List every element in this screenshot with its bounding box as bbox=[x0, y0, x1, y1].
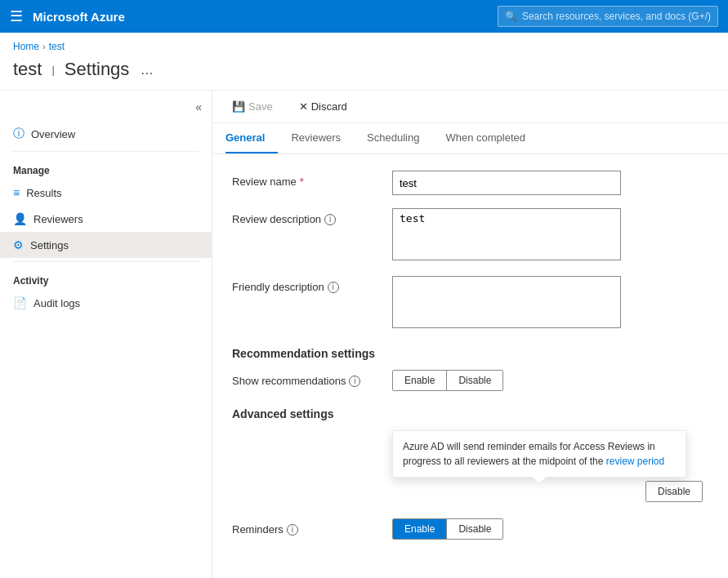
sidebar-divider-activity bbox=[13, 261, 199, 262]
save-icon: 💾 bbox=[232, 100, 245, 113]
review-period-link[interactable]: review period bbox=[606, 456, 664, 467]
friendly-description-textarea[interactable] bbox=[392, 276, 621, 328]
show-recommendations-row: Show recommendations i Enable Disable bbox=[232, 370, 708, 391]
tab-scheduling[interactable]: Scheduling bbox=[367, 123, 432, 153]
breadcrumb-home[interactable]: Home bbox=[13, 41, 39, 52]
page-header: test | Settings ... bbox=[0, 56, 728, 90]
sidebar-item-results[interactable]: ≡ Results bbox=[0, 180, 212, 206]
sidebar-manage-section: Manage bbox=[0, 155, 212, 180]
sidebar-divider-manage bbox=[13, 151, 199, 152]
friendly-description-label: Friendly description i bbox=[232, 276, 379, 293]
results-icon: ≡ bbox=[13, 186, 20, 199]
show-recommendations-info-icon[interactable]: i bbox=[349, 376, 360, 387]
discard-button[interactable]: ✕ Discard bbox=[293, 97, 354, 116]
sidebar-results-label: Results bbox=[26, 187, 61, 199]
main-panel: 💾 Save ✕ Discard General Reviewers Sched… bbox=[212, 91, 728, 578]
review-description-label: Review description i bbox=[232, 208, 379, 225]
reviewers-icon: 👤 bbox=[13, 212, 27, 225]
global-search-box[interactable]: 🔍 Search resources, services, and docs (… bbox=[498, 6, 718, 27]
show-recommendations-toggle: Enable Disable bbox=[392, 370, 503, 391]
reminders-info-icon[interactable]: i bbox=[287, 524, 298, 536]
page-title-separator: | bbox=[51, 64, 54, 76]
tabs-container: General Reviewers Scheduling When comple… bbox=[212, 123, 728, 154]
sidebar-settings-label: Settings bbox=[30, 239, 69, 251]
review-description-textarea-container: test bbox=[392, 208, 621, 263]
review-description-info-icon[interactable]: i bbox=[324, 214, 336, 225]
reminders-label: Reminders i bbox=[232, 518, 379, 536]
app-title: Microsoft Azure bbox=[33, 10, 125, 24]
hamburger-menu-icon[interactable]: ☰ bbox=[10, 7, 23, 25]
sidebar-reviewers-label: Reviewers bbox=[33, 213, 83, 225]
reminders-tooltip: Azure AD will send reminder emails for A… bbox=[392, 430, 686, 478]
friendly-description-info-icon[interactable]: i bbox=[328, 282, 339, 293]
review-name-input[interactable] bbox=[392, 171, 621, 195]
save-label: Save bbox=[248, 100, 273, 113]
sidebar-item-reviewers[interactable]: 👤 Reviewers bbox=[0, 206, 212, 232]
top-navigation-bar: ☰ Microsoft Azure 🔍 Search resources, se… bbox=[0, 0, 728, 33]
search-icon: 🔍 bbox=[505, 11, 517, 22]
show-recommendations-label: Show recommendations i bbox=[232, 370, 379, 387]
reminders-enable-btn[interactable]: Enable bbox=[393, 519, 447, 539]
required-indicator: * bbox=[300, 176, 304, 188]
reminders-disable-btn[interactable]: Disable bbox=[447, 519, 502, 539]
sidebar-item-overview[interactable]: ⓘ Overview bbox=[0, 120, 212, 148]
tab-when-completed[interactable]: When completed bbox=[445, 123, 538, 153]
show-recommendations-disable-btn[interactable]: Disable bbox=[447, 371, 502, 390]
collapse-icon[interactable]: « bbox=[195, 100, 202, 113]
review-description-row: Review description i test bbox=[232, 208, 708, 263]
tab-reviewers[interactable]: Reviewers bbox=[291, 123, 354, 153]
save-button[interactable]: 💾 Save bbox=[226, 97, 279, 116]
sidebar-overview-label: Overview bbox=[31, 128, 75, 140]
review-description-textarea[interactable]: test bbox=[392, 208, 621, 260]
review-name-label: Review name * bbox=[232, 171, 379, 188]
audit-logs-icon: 📄 bbox=[13, 296, 27, 309]
reminders-row: Reminders i Enable Disable bbox=[232, 518, 708, 540]
settings-gear-icon: ⚙ bbox=[13, 238, 24, 251]
breadcrumb-current[interactable]: test bbox=[49, 41, 65, 52]
sidebar-audit-logs-label: Audit logs bbox=[33, 297, 80, 309]
tooltip-arrow bbox=[533, 477, 546, 483]
breadcrumb-separator: › bbox=[42, 42, 46, 51]
main-container: Home › test test | Settings ... « ⓘ Over… bbox=[0, 33, 728, 578]
sidebar: « ⓘ Overview Manage ≡ Results 👤 Reviewer… bbox=[0, 91, 212, 578]
info-circle-icon: ⓘ bbox=[13, 127, 25, 141]
advanced-disable-toggle: Disable bbox=[645, 481, 703, 502]
content-area: « ⓘ Overview Manage ≡ Results 👤 Reviewer… bbox=[0, 90, 728, 578]
sidebar-item-settings[interactable]: ⚙ Settings bbox=[0, 232, 212, 258]
review-name-input-container bbox=[392, 171, 621, 195]
recommendation-settings-header: Recommendation settings bbox=[232, 347, 708, 360]
tab-general[interactable]: General bbox=[226, 123, 278, 153]
page-title-section: Settings bbox=[65, 59, 130, 80]
page-title-resource: test bbox=[13, 59, 42, 80]
friendly-description-row: Friendly description i bbox=[232, 276, 708, 331]
toolbar: 💾 Save ✕ Discard bbox=[212, 91, 728, 123]
search-placeholder: Search resources, services, and docs (G+… bbox=[522, 11, 711, 22]
form-content: Review name * Review description i test bbox=[212, 154, 728, 569]
sidebar-activity-section: Activity bbox=[0, 265, 212, 290]
advanced-disable-btn[interactable]: Disable bbox=[646, 482, 702, 501]
discard-icon: ✕ bbox=[299, 100, 308, 113]
friendly-description-textarea-container bbox=[392, 276, 621, 331]
reminders-toggle: Enable Disable bbox=[392, 518, 503, 540]
sidebar-item-audit-logs[interactable]: 📄 Audit logs bbox=[0, 290, 212, 316]
page-options-dots[interactable]: ... bbox=[141, 61, 153, 78]
review-name-row: Review name * bbox=[232, 171, 708, 195]
sidebar-collapse-area: « bbox=[0, 97, 212, 120]
breadcrumb: Home › test bbox=[0, 33, 728, 56]
advanced-settings-header: Advanced settings bbox=[232, 407, 708, 420]
discard-label: Discard bbox=[311, 100, 347, 113]
show-recommendations-enable-btn[interactable]: Enable bbox=[393, 371, 447, 390]
